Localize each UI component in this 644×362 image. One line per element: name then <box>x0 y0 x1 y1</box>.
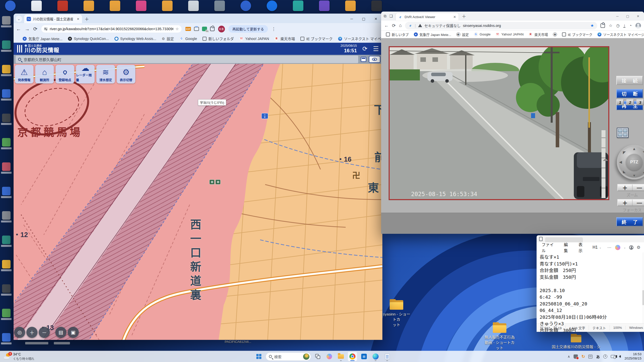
bookmark-item[interactable]: ●Synology QuickCon... <box>66 37 111 41</box>
ptz-upright-icon[interactable]: ◥ <box>642 150 644 155</box>
tool-announcements[interactable]: ⚠ 発表情報 <box>15 65 33 83</box>
favorite-star-filled-icon[interactable]: ★ <box>590 23 594 28</box>
taskbar-search[interactable]: 検索 <box>266 352 311 361</box>
flood-hazard-map[interactable]: 京都競馬場 宇治川(うじがわ) ・16 卍 東 下 前 西一口新道裏 ・12 ・… <box>14 64 382 340</box>
exit-button[interactable]: 終 了 <box>616 217 643 226</box>
desktop-icon[interactable] <box>2 284 11 293</box>
extensions-puzzle-icon[interactable] <box>600 23 605 28</box>
ptz-up-icon[interactable]: ▲ <box>632 147 636 151</box>
zoom-out-button[interactable]: － <box>39 327 50 338</box>
channel-2-button[interactable]: 2 <box>626 99 634 105</box>
update-sync-icon[interactable]: ↻ <box>581 354 585 359</box>
desktop-icon[interactable] <box>162 1 173 11</box>
apps-grid-icon[interactable] <box>17 37 17 41</box>
tab-close-icon[interactable]: ✕ <box>453 15 456 19</box>
channel-3-button[interactable]: 3 <box>636 99 644 105</box>
downloads-icon[interactable]: ↓ <box>623 23 625 27</box>
ime-mode-indicator[interactable]: あ <box>596 354 600 359</box>
ptz-down-icon[interactable]: ▼ <box>632 173 636 178</box>
minimize-button[interactable]: ─ <box>616 14 619 18</box>
focus-in-button[interactable]: ＋ <box>618 200 632 206</box>
maximize-button[interactable]: ▢ <box>362 17 365 21</box>
desktop-icon[interactable] <box>2 333 11 342</box>
store-button[interactable]: ⊞ <box>359 352 369 361</box>
bookmark-item[interactable]: Synology Web Assis... <box>112 37 158 41</box>
desktop-icon[interactable] <box>2 40 11 49</box>
history-icon[interactable]: ◷ <box>616 23 620 28</box>
desktop-icon[interactable] <box>2 89 11 98</box>
address-bar[interactable]: river.go.jp/kawabou/mb?zm=17&clat=34.903… <box>41 25 182 33</box>
chrome-menu-icon[interactable]: ⋮ <box>271 26 276 32</box>
desktop-icon[interactable] <box>31 1 42 11</box>
profile-avatar[interactable]: 幸恵 <box>218 26 225 32</box>
desktop-folder-video[interactable]: 無人販売不正行為 動画 - ショートカット <box>485 322 515 350</box>
file-explorer-button[interactable] <box>336 352 346 361</box>
bookmark-item[interactable]: ⚙設定 <box>159 36 176 41</box>
focus-out-button[interactable]: — <box>632 200 644 206</box>
desktop-icon[interactable] <box>188 1 199 11</box>
desktop-icon[interactable] <box>2 162 11 171</box>
bookmark-item[interactable]: ●ソースネクスト マイページ <box>595 32 644 37</box>
copilot-button[interactable] <box>325 352 334 361</box>
bookmark-item[interactable]: GGoogle <box>472 32 493 36</box>
bookmark-item[interactable]: GGoogle <box>177 37 199 41</box>
desktop-icon[interactable] <box>345 1 356 11</box>
desktop-icon[interactable] <box>5 1 16 11</box>
pan-hand-icon[interactable]: ☁ <box>602 156 608 162</box>
desktop-icon[interactable] <box>2 260 11 268</box>
start-button[interactable] <box>254 352 264 361</box>
taskbar-clock[interactable]: 16:53 2025/08/15 <box>624 352 641 361</box>
close-button[interactable]: ✕ <box>637 14 639 18</box>
bookmark-star-icon[interactable]: ☆ <box>176 27 179 31</box>
desktop-icon[interactable] <box>2 211 11 220</box>
camera-video-feed[interactable]: 2025-08-15 16:53:34 <box>389 47 609 200</box>
desktop-folder-kawabou[interactable]: 国土交通省川の防災情報 - シ <box>548 334 604 349</box>
desktop-icon[interactable] <box>57 1 68 11</box>
extensions-puzzle-icon[interactable] <box>210 27 215 31</box>
desktop-icon[interactable] <box>84 1 94 11</box>
cast-display-icon[interactable] <box>611 355 615 358</box>
volume-icon[interactable] <box>619 355 621 358</box>
desktop-icon[interactable] <box>2 236 11 244</box>
style-dropdown[interactable]: H1⌄ <box>590 244 604 251</box>
bookmark-item[interactable]: IE ブックマーク <box>298 36 335 41</box>
water-level-marker[interactable]: ≡▼ <box>261 113 268 119</box>
desktop-icon[interactable] <box>2 138 11 147</box>
view-toggle-button[interactable] <box>369 56 380 63</box>
ptz-downright-icon[interactable]: ◢ <box>642 169 644 174</box>
security-alert-icon[interactable] <box>574 354 578 359</box>
disconnect-button[interactable]: 切 断 <box>616 89 643 98</box>
home-icon[interactable]: ⌂ <box>399 23 402 28</box>
desktop-icon[interactable] <box>2 309 11 317</box>
tool-display-switch[interactable]: ⚙ 表示切替 <box>117 65 135 83</box>
desktop-icon[interactable] <box>136 1 146 11</box>
new-tab-button[interactable]: ＋ <box>462 13 466 19</box>
bookmark-item[interactable]: R楽天市場 <box>272 36 297 41</box>
calendar-icon[interactable] <box>361 57 366 62</box>
bookmark-item[interactable]: 新しいフォルダ <box>200 36 236 41</box>
workspaces-icon[interactable]: ⧉ <box>384 14 386 18</box>
capture-extension-icon[interactable]: 6s <box>202 27 207 31</box>
ptz-downleft-icon[interactable]: ◣ <box>623 169 626 174</box>
address-bar[interactable]: e | セキュリティ保護なし sinsenyasai.nsddns.org ★ <box>405 22 597 29</box>
chevron-down-icon[interactable]: ⌄ <box>624 246 626 249</box>
locate-button[interactable]: ◎ <box>14 327 25 338</box>
tab-close-icon[interactable]: ✕ <box>77 17 79 21</box>
chrome-button[interactable] <box>348 352 357 361</box>
tool-radar-rain[interactable]: ☁ レーダー雨量 <box>76 65 95 83</box>
desktop-icon[interactable] <box>2 114 11 122</box>
imagery-button[interactable]: ▣ <box>68 327 79 338</box>
channel-1-button[interactable]: 1 <box>616 99 624 105</box>
tool-stations[interactable]: ⌂ 観測所 <box>35 65 54 83</box>
zoom-in-button[interactable]: ＋ <box>618 185 632 191</box>
bookmark-item[interactable]: Y!Yahoo! JAPAN <box>493 32 526 36</box>
back-icon[interactable]: ← <box>16 26 21 32</box>
desktop-icon[interactable] <box>240 1 251 11</box>
edge-button[interactable] <box>371 352 380 361</box>
relaunch-update-button[interactable]: 再起動して更新する <box>228 25 268 33</box>
edge-active-tab[interactable]: e DVR ActiveX Viewer ✕ <box>396 13 459 21</box>
desktop-icon[interactable] <box>2 16 11 25</box>
tab-search-button[interactable]: ⌄ <box>16 16 22 22</box>
legend-button[interactable]: ▤ <box>55 327 66 338</box>
ptz-left-icon[interactable]: ◀ <box>619 160 622 164</box>
